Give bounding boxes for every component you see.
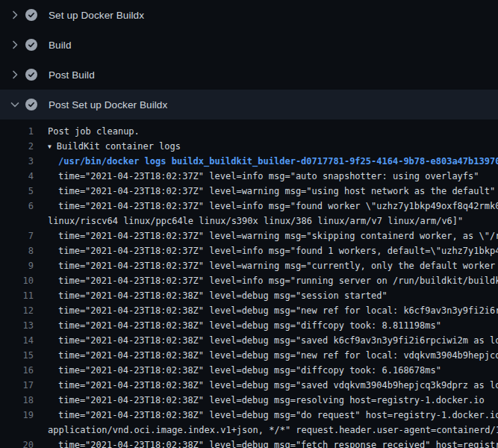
step-title: Post Set up Docker Buildx bbox=[49, 99, 167, 111]
log-line: 19time="2021-04-23T18:02:38Z" level=debu… bbox=[0, 408, 498, 423]
log-text: time="2021-04-23T18:02:37Z" level=warnin… bbox=[58, 184, 495, 199]
log-line: 18time="2021-04-23T18:02:38Z" level=debu… bbox=[0, 393, 498, 408]
log-group-header[interactable]: ▼BuildKit container logs bbox=[48, 139, 181, 154]
check-circle-icon bbox=[25, 39, 37, 51]
log-line: 17time="2021-04-23T18:02:38Z" level=debu… bbox=[0, 378, 498, 393]
step-title: Set up Docker Buildx bbox=[49, 10, 144, 21]
step-row-set-up-docker-buildx[interactable]: Set up Docker Buildx bbox=[0, 0, 498, 30]
line-number[interactable]: 3 bbox=[0, 154, 34, 169]
log-text: time="2021-04-23T18:02:38Z" level=debug … bbox=[58, 348, 498, 363]
log-text: time="2021-04-23T18:02:37Z" level=warnin… bbox=[58, 228, 498, 243]
log-text: time="2021-04-23T18:02:38Z" level=debug … bbox=[58, 303, 498, 318]
log-line: 13time="2021-04-23T18:02:38Z" level=debu… bbox=[0, 318, 498, 333]
log-line: 3/usr/bin/docker logs buildx_buildkit_bu… bbox=[0, 154, 498, 169]
log-line: 12time="2021-04-23T18:02:38Z" level=debu… bbox=[0, 303, 498, 318]
log-viewer: 1Post job cleanup.2▼BuildKit container l… bbox=[0, 119, 498, 448]
line-number[interactable]: 16 bbox=[0, 363, 34, 378]
log-text: time="2021-04-23T18:02:38Z" level=debug … bbox=[58, 318, 441, 333]
log-text: Post job cleanup. bbox=[48, 124, 140, 139]
step-row-post-build[interactable]: Post Build bbox=[0, 60, 498, 90]
step-row-post-set-up-docker-buildx[interactable]: Post Set up Docker Buildx bbox=[0, 90, 498, 119]
line-number[interactable]: 1 bbox=[0, 124, 34, 139]
check-circle-icon bbox=[25, 69, 37, 81]
log-line: 2▼BuildKit container logs bbox=[0, 139, 498, 154]
log-line: 8time="2021-04-23T18:02:37Z" level=info … bbox=[0, 243, 498, 258]
log-line: 6time="2021-04-23T18:02:37Z" level=info … bbox=[0, 199, 498, 214]
log-line: 11time="2021-04-23T18:02:38Z" level=debu… bbox=[0, 288, 498, 303]
log-text: time="2021-04-23T18:02:38Z" level=debug … bbox=[58, 333, 498, 348]
step-title: Build bbox=[49, 40, 72, 51]
log-line: 15time="2021-04-23T18:02:38Z" level=debu… bbox=[0, 348, 498, 363]
line-number bbox=[0, 423, 34, 438]
log-text: time="2021-04-23T18:02:38Z" level=debug … bbox=[58, 408, 498, 423]
log-text: time="2021-04-23T18:02:38Z" level=debug … bbox=[58, 288, 387, 303]
line-number[interactable]: 11 bbox=[0, 288, 34, 303]
chevron-right-icon bbox=[9, 9, 21, 21]
line-number[interactable]: 4 bbox=[0, 169, 34, 184]
line-number[interactable]: 13 bbox=[0, 318, 34, 333]
line-number[interactable]: 9 bbox=[0, 258, 34, 273]
line-number[interactable]: 18 bbox=[0, 393, 34, 408]
step-title: Post Build bbox=[49, 69, 95, 81]
line-number[interactable]: 10 bbox=[0, 273, 34, 288]
check-circle-icon bbox=[25, 99, 37, 111]
line-number[interactable]: 19 bbox=[0, 408, 34, 423]
log-line: 7time="2021-04-23T18:02:37Z" level=warni… bbox=[0, 228, 498, 243]
log-text: application/vnd.oci.image.index.v1+json,… bbox=[48, 423, 498, 438]
log-line: 1Post job cleanup. bbox=[0, 124, 498, 139]
log-text: time="2021-04-23T18:02:38Z" level=debug … bbox=[58, 393, 485, 408]
log-line: 4time="2021-04-23T18:02:37Z" level=info … bbox=[0, 169, 498, 184]
log-line: 5time="2021-04-23T18:02:37Z" level=warni… bbox=[0, 184, 498, 199]
log-text: time="2021-04-23T18:02:37Z" level=info m… bbox=[58, 199, 498, 214]
log-line: linux/riscv64 linux/ppc64le linux/s390x … bbox=[0, 214, 498, 228]
log-text: time="2021-04-23T18:02:37Z" level=warnin… bbox=[58, 258, 498, 273]
log-command-text: /usr/bin/docker logs buildx_buildkit_bui… bbox=[58, 154, 498, 169]
chevron-right-icon bbox=[9, 39, 21, 51]
line-number[interactable]: 12 bbox=[0, 303, 34, 318]
line-number[interactable]: 17 bbox=[0, 378, 34, 393]
log-text: linux/riscv64 linux/ppc64le linux/s390x … bbox=[48, 214, 463, 228]
line-number[interactable]: 7 bbox=[0, 228, 34, 243]
step-row-build[interactable]: Build bbox=[0, 30, 498, 60]
log-text: time="2021-04-23T18:02:38Z" level=debug … bbox=[58, 378, 498, 393]
log-line: 9time="2021-04-23T18:02:37Z" level=warni… bbox=[0, 258, 498, 273]
log-line: application/vnd.oci.image.index.v1+json,… bbox=[0, 423, 498, 438]
log-line: 14time="2021-04-23T18:02:38Z" level=debu… bbox=[0, 333, 498, 348]
log-text: time="2021-04-23T18:02:37Z" level=info m… bbox=[58, 273, 498, 288]
group-collapse-icon[interactable]: ▼ bbox=[48, 140, 52, 155]
line-number[interactable]: 20 bbox=[0, 438, 34, 448]
line-number[interactable]: 8 bbox=[0, 243, 34, 258]
line-number[interactable]: 5 bbox=[0, 184, 34, 199]
chevron-right-icon bbox=[9, 69, 21, 81]
steps-list: Set up Docker Buildx Build Post Build Po… bbox=[0, 0, 498, 119]
log-line: 16time="2021-04-23T18:02:38Z" level=debu… bbox=[0, 363, 498, 378]
line-number[interactable]: 6 bbox=[0, 199, 34, 214]
check-circle-icon bbox=[25, 9, 37, 21]
line-number bbox=[0, 214, 34, 228]
line-number[interactable]: 15 bbox=[0, 348, 34, 363]
chevron-down-icon bbox=[9, 99, 21, 111]
log-text: time="2021-04-23T18:02:37Z" level=info m… bbox=[58, 169, 479, 184]
log-text: time="2021-04-23T18:02:38Z" level=debug … bbox=[58, 363, 441, 378]
line-number[interactable]: 2 bbox=[0, 139, 34, 154]
line-number[interactable]: 14 bbox=[0, 333, 34, 348]
log-text: time="2021-04-23T18:02:38Z" level=debug … bbox=[58, 438, 498, 448]
log-line: 20time="2021-04-23T18:02:38Z" level=debu… bbox=[0, 438, 498, 448]
log-text: time="2021-04-23T18:02:37Z" level=info m… bbox=[58, 243, 498, 258]
log-line: 10time="2021-04-23T18:02:37Z" level=info… bbox=[0, 273, 498, 288]
